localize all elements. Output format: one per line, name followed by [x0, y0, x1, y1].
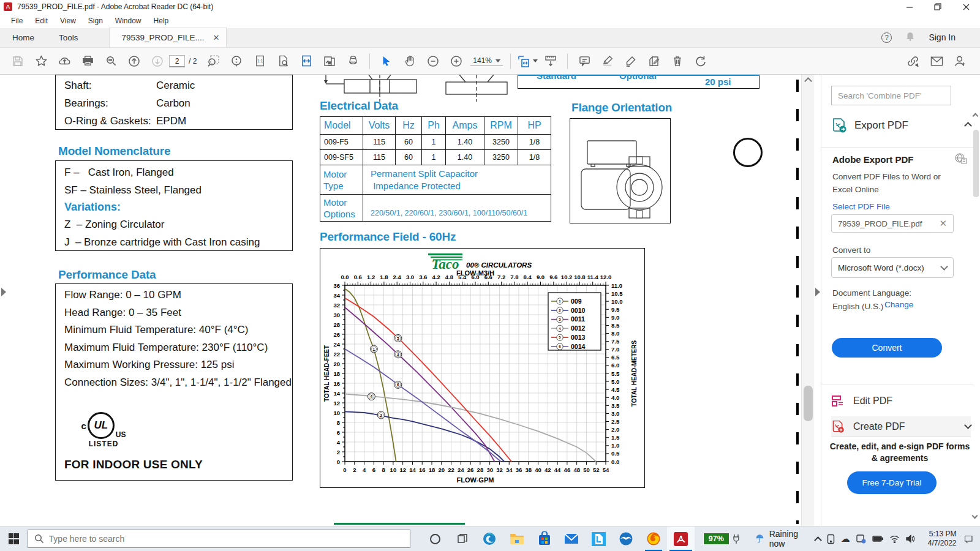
create-pdf-item[interactable]: Create PDF — [831, 416, 971, 437]
edit-pdf-item[interactable]: Edit PDF — [831, 393, 961, 409]
menu-item-edit[interactable]: Edit — [29, 15, 54, 27]
profile-icon[interactable] — [949, 51, 970, 72]
clock[interactable]: 5:13 PM 4/7/2022 — [928, 530, 957, 548]
hand-tool-icon[interactable] — [399, 51, 420, 72]
menu-item-sign[interactable]: Sign — [82, 15, 109, 27]
share-link-icon[interactable] — [903, 51, 924, 72]
save-icon[interactable] — [7, 51, 28, 72]
sidebar-scroll-thumb[interactable] — [973, 130, 979, 197]
sidebar-search-input[interactable] — [831, 86, 951, 105]
remove-file-icon[interactable]: ✕ — [939, 218, 947, 229]
libreoffice-app[interactable] — [585, 527, 612, 551]
page-number-input[interactable]: 2 — [169, 55, 185, 67]
file-explorer-app[interactable] — [503, 527, 531, 551]
selected-file-chip[interactable]: 79539_PROD_FILE.pdf ✕ — [831, 214, 954, 233]
menu-item-window[interactable]: Window — [109, 15, 148, 27]
export-pdf-header[interactable]: Export PDF — [831, 118, 971, 133]
highlight-icon[interactable] — [597, 51, 618, 72]
scroll-up-icon[interactable] — [804, 77, 812, 85]
change-language-link[interactable]: Change — [884, 300, 913, 309]
menu-item-file[interactable]: File — [5, 15, 29, 27]
ink-bottle-icon[interactable] — [342, 51, 363, 72]
email-icon[interactable] — [926, 51, 947, 72]
convert-button[interactable]: Convert — [832, 338, 942, 358]
indoor-use-label: FOR INDOOR USE ONLY — [64, 458, 203, 471]
free-trial-button[interactable]: Free 7-Day Trial — [847, 471, 937, 494]
previous-page-icon[interactable] — [124, 51, 145, 72]
more-tools-icon[interactable] — [644, 51, 665, 72]
zoom-tool-icon[interactable] — [226, 51, 247, 72]
ruler-icon[interactable] — [540, 51, 561, 72]
delete-icon[interactable] — [667, 51, 688, 72]
openoffice-app[interactable] — [612, 527, 640, 551]
taskbar-search-input[interactable] — [49, 534, 392, 544]
mail-app[interactable] — [558, 527, 586, 551]
tab-close-icon[interactable]: ✕ — [213, 33, 220, 42]
left-pane-handle[interactable] — [1, 288, 6, 296]
acrobat-app[interactable] — [667, 527, 695, 551]
start-button[interactable] — [0, 527, 28, 551]
battery-status[interactable]: 97% — [703, 533, 741, 545]
wifi-icon[interactable] — [889, 535, 900, 543]
create-pdf-icon — [831, 420, 845, 433]
rotate-icon[interactable] — [690, 51, 711, 72]
pdf-scrollbar[interactable] — [801, 75, 814, 526]
store-app[interactable] — [530, 527, 558, 551]
edge-app[interactable] — [476, 527, 503, 551]
print-icon[interactable] — [77, 51, 98, 72]
tray-expand-icon[interactable] — [814, 536, 822, 544]
select-tool-icon[interactable] — [376, 51, 397, 72]
fit-width-icon[interactable] — [296, 51, 317, 72]
minimize-icon[interactable] — [895, 0, 924, 13]
svg-text:10.0: 10.0 — [611, 298, 623, 305]
sidebar-scroll-down-icon[interactable] — [972, 513, 978, 519]
expand-icon[interactable] — [964, 421, 972, 429]
format-select[interactable]: Microsoft Word (*.docx) — [831, 257, 954, 278]
zoom-in-icon[interactable] — [446, 51, 467, 72]
task-view-button[interactable] — [449, 527, 477, 551]
restore-icon[interactable] — [924, 0, 952, 13]
collapse-icon[interactable] — [964, 122, 972, 130]
menu-item-view[interactable]: View — [54, 15, 82, 27]
next-page-icon[interactable] — [147, 51, 168, 72]
taskbar-search[interactable] — [28, 530, 411, 548]
sidebar-scrollbar[interactable] — [971, 111, 979, 522]
zoom-out-icon[interactable] — [423, 51, 443, 72]
reading-mode-icon[interactable] — [319, 51, 340, 72]
notification-icon[interactable] — [964, 534, 973, 544]
svg-text:0: 0 — [343, 467, 346, 473]
zoom-level-select[interactable]: 141% — [470, 56, 503, 66]
onedrive-icon[interactable]: ☁ — [841, 533, 850, 544]
footer-rule — [334, 523, 465, 525]
sidebar-pane-handle[interactable] — [815, 288, 820, 296]
bell-icon[interactable] — [905, 31, 915, 43]
phone-link-icon[interactable] — [827, 534, 835, 544]
zoom-page-level-icon[interactable] — [273, 51, 293, 72]
share-icon[interactable] — [54, 51, 75, 72]
firefox-app[interactable] — [640, 527, 668, 551]
close-icon[interactable] — [952, 0, 980, 13]
comment-icon[interactable] — [574, 51, 595, 72]
tab-tools[interactable]: Tools — [47, 28, 91, 47]
tab-document[interactable]: 79539_PROD_FILE.... ✕ — [109, 28, 227, 47]
marquee-zoom-icon[interactable] — [203, 51, 224, 72]
help-icon[interactable]: ? — [881, 32, 892, 43]
weather-widget[interactable]: Raining now — [755, 529, 804, 549]
sidebar-scroll-up-icon[interactable] — [972, 113, 978, 119]
select-pdf-link[interactable]: Select PDF File — [832, 202, 890, 211]
actual-size-icon[interactable]: 1:1 — [249, 51, 270, 72]
tab-home[interactable]: Home — [0, 28, 47, 47]
battery-tray-icon[interactable] — [872, 535, 883, 542]
pdf-page[interactable]: Shaft:CeramicBearings:CarbonO-Ring & Gas… — [0, 75, 798, 526]
sign-in-button[interactable]: Sign In — [929, 32, 956, 42]
menu-item-help[interactable]: Help — [148, 15, 175, 27]
cortana-button[interactable] — [421, 527, 449, 551]
scrollbar-thumb[interactable] — [804, 386, 813, 421]
volume-icon[interactable] — [906, 534, 916, 543]
search-icon[interactable] — [100, 51, 121, 72]
performance-line: Head Range: 0 – 35 Feet — [56, 304, 292, 322]
fill-sign-icon[interactable] — [620, 51, 641, 72]
teams-icon[interactable] — [856, 534, 866, 544]
star-icon[interactable] — [31, 51, 51, 72]
fit-one-page-icon[interactable] — [517, 51, 538, 72]
